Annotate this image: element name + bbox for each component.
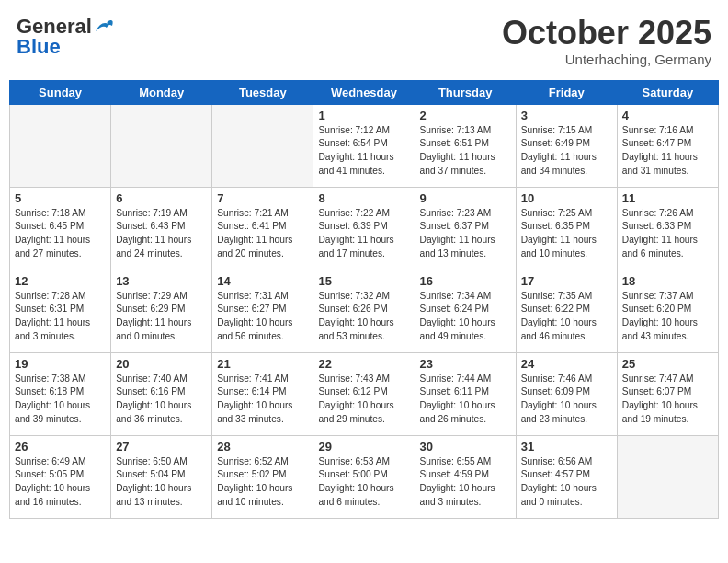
day-number: 17 xyxy=(521,274,612,288)
day-info: Sunrise: 6:49 AM Sunset: 5:05 PM Dayligh… xyxy=(15,455,106,510)
day-info: Sunrise: 7:38 AM Sunset: 6:18 PM Dayligh… xyxy=(15,373,106,427)
day-number: 5 xyxy=(15,191,106,205)
day-number: 7 xyxy=(217,191,308,205)
calendar-cell: 31Sunrise: 6:56 AM Sunset: 4:57 PM Dayli… xyxy=(516,435,617,518)
day-number: 29 xyxy=(318,440,409,454)
day-number: 24 xyxy=(521,357,612,371)
day-info: Sunrise: 6:55 AM Sunset: 4:59 PM Dayligh… xyxy=(420,455,511,510)
day-of-week-tuesday: Tuesday xyxy=(212,80,313,104)
calendar-cell xyxy=(617,435,718,518)
calendar-header-row: SundayMondayTuesdayWednesdayThursdayFrid… xyxy=(10,80,719,104)
day-of-week-saturday: Saturday xyxy=(617,80,718,104)
day-info: Sunrise: 6:56 AM Sunset: 4:57 PM Dayligh… xyxy=(521,455,612,510)
day-number: 26 xyxy=(15,440,106,454)
day-number: 3 xyxy=(521,109,612,122)
day-number: 16 xyxy=(420,274,511,288)
day-of-week-sunday: Sunday xyxy=(10,80,111,104)
calendar-cell: 30Sunrise: 6:55 AM Sunset: 4:59 PM Dayli… xyxy=(415,435,516,518)
day-number: 12 xyxy=(15,274,106,288)
day-info: Sunrise: 7:37 AM Sunset: 6:20 PM Dayligh… xyxy=(622,290,713,344)
day-number: 13 xyxy=(116,274,207,288)
day-info: Sunrise: 7:40 AM Sunset: 6:16 PM Dayligh… xyxy=(116,373,207,427)
day-info: Sunrise: 7:47 AM Sunset: 6:07 PM Dayligh… xyxy=(622,373,713,427)
day-number: 9 xyxy=(420,191,511,205)
day-info: Sunrise: 7:23 AM Sunset: 6:37 PM Dayligh… xyxy=(420,207,511,261)
day-number: 21 xyxy=(217,357,308,371)
day-number: 31 xyxy=(521,440,612,454)
day-number: 27 xyxy=(116,440,207,454)
day-info: Sunrise: 7:34 AM Sunset: 6:24 PM Dayligh… xyxy=(420,290,511,344)
month-title: October 2025 xyxy=(502,15,711,52)
title-block: October 2025 Unterhaching, Germany xyxy=(502,15,711,67)
day-of-week-wednesday: Wednesday xyxy=(313,80,415,104)
location: Unterhaching, Germany xyxy=(502,52,711,67)
day-info: Sunrise: 7:22 AM Sunset: 6:39 PM Dayligh… xyxy=(318,207,409,261)
day-of-week-thursday: Thursday xyxy=(415,80,516,104)
calendar-cell: 14Sunrise: 7:31 AM Sunset: 6:27 PM Dayli… xyxy=(212,270,313,352)
calendar-cell xyxy=(111,104,212,187)
day-number: 22 xyxy=(318,357,409,371)
calendar-cell: 1Sunrise: 7:12 AM Sunset: 6:54 PM Daylig… xyxy=(313,104,415,187)
day-info: Sunrise: 7:13 AM Sunset: 6:51 PM Dayligh… xyxy=(420,124,511,178)
day-info: Sunrise: 7:29 AM Sunset: 6:29 PM Dayligh… xyxy=(116,290,207,344)
day-info: Sunrise: 7:31 AM Sunset: 6:27 PM Dayligh… xyxy=(217,290,308,344)
calendar-cell: 26Sunrise: 6:49 AM Sunset: 5:05 PM Dayli… xyxy=(10,435,111,518)
day-number: 10 xyxy=(521,191,612,205)
calendar-cell: 12Sunrise: 7:28 AM Sunset: 6:31 PM Dayli… xyxy=(10,270,111,352)
calendar-cell: 15Sunrise: 7:32 AM Sunset: 6:26 PM Dayli… xyxy=(313,270,415,352)
day-info: Sunrise: 7:21 AM Sunset: 6:41 PM Dayligh… xyxy=(217,207,308,261)
calendar-cell: 11Sunrise: 7:26 AM Sunset: 6:33 PM Dayli… xyxy=(617,187,718,270)
day-of-week-monday: Monday xyxy=(111,80,212,104)
day-number: 19 xyxy=(15,357,106,371)
day-number: 20 xyxy=(116,357,207,371)
day-info: Sunrise: 7:26 AM Sunset: 6:33 PM Dayligh… xyxy=(622,207,713,261)
calendar-cell xyxy=(212,104,313,187)
day-info: Sunrise: 7:16 AM Sunset: 6:47 PM Dayligh… xyxy=(622,124,713,178)
calendar-cell: 22Sunrise: 7:43 AM Sunset: 6:12 PM Dayli… xyxy=(313,352,415,435)
day-number: 1 xyxy=(318,109,409,122)
day-number: 8 xyxy=(318,191,409,205)
day-number: 23 xyxy=(420,357,511,371)
day-number: 18 xyxy=(622,274,713,288)
calendar-cell: 9Sunrise: 7:23 AM Sunset: 6:37 PM Daylig… xyxy=(415,187,516,270)
day-number: 2 xyxy=(420,109,511,122)
calendar-cell: 23Sunrise: 7:44 AM Sunset: 6:11 PM Dayli… xyxy=(415,352,516,435)
calendar-week-3: 12Sunrise: 7:28 AM Sunset: 6:31 PM Dayli… xyxy=(10,270,719,352)
calendar-week-4: 19Sunrise: 7:38 AM Sunset: 6:18 PM Dayli… xyxy=(10,352,719,435)
day-info: Sunrise: 7:46 AM Sunset: 6:09 PM Dayligh… xyxy=(521,373,612,427)
day-info: Sunrise: 7:15 AM Sunset: 6:49 PM Dayligh… xyxy=(521,124,612,178)
calendar-week-2: 5Sunrise: 7:18 AM Sunset: 6:45 PM Daylig… xyxy=(10,187,719,270)
calendar-cell: 17Sunrise: 7:35 AM Sunset: 6:22 PM Dayli… xyxy=(516,270,617,352)
day-info: Sunrise: 6:52 AM Sunset: 5:02 PM Dayligh… xyxy=(217,455,308,510)
calendar-cell: 4Sunrise: 7:16 AM Sunset: 6:47 PM Daylig… xyxy=(617,104,718,187)
calendar-table: SundayMondayTuesdayWednesdayThursdayFrid… xyxy=(9,80,719,519)
day-info: Sunrise: 7:43 AM Sunset: 6:12 PM Dayligh… xyxy=(318,373,409,427)
calendar-cell: 5Sunrise: 7:18 AM Sunset: 6:45 PM Daylig… xyxy=(10,187,111,270)
calendar-week-5: 26Sunrise: 6:49 AM Sunset: 5:05 PM Dayli… xyxy=(10,435,719,518)
day-number: 11 xyxy=(622,191,713,205)
calendar-cell: 18Sunrise: 7:37 AM Sunset: 6:20 PM Dayli… xyxy=(617,270,718,352)
calendar-cell: 13Sunrise: 7:29 AM Sunset: 6:29 PM Dayli… xyxy=(111,270,212,352)
calendar-week-1: 1Sunrise: 7:12 AM Sunset: 6:54 PM Daylig… xyxy=(10,104,719,187)
day-info: Sunrise: 7:18 AM Sunset: 6:45 PM Dayligh… xyxy=(15,207,106,261)
logo-blue: Blue xyxy=(17,35,61,59)
day-number: 15 xyxy=(318,274,409,288)
logo-bird-icon xyxy=(94,18,114,33)
calendar-cell: 2Sunrise: 7:13 AM Sunset: 6:51 PM Daylig… xyxy=(415,104,516,187)
page-header: General Blue October 2025 Unterhaching, … xyxy=(9,9,719,73)
calendar-cell: 6Sunrise: 7:19 AM Sunset: 6:43 PM Daylig… xyxy=(111,187,212,270)
calendar-cell: 21Sunrise: 7:41 AM Sunset: 6:14 PM Dayli… xyxy=(212,352,313,435)
day-info: Sunrise: 7:25 AM Sunset: 6:35 PM Dayligh… xyxy=(521,207,612,261)
calendar-cell: 20Sunrise: 7:40 AM Sunset: 6:16 PM Dayli… xyxy=(111,352,212,435)
day-number: 25 xyxy=(622,357,713,371)
day-info: Sunrise: 7:41 AM Sunset: 6:14 PM Dayligh… xyxy=(217,373,308,427)
day-info: Sunrise: 6:50 AM Sunset: 5:04 PM Dayligh… xyxy=(116,455,207,510)
calendar-cell: 19Sunrise: 7:38 AM Sunset: 6:18 PM Dayli… xyxy=(10,352,111,435)
day-info: Sunrise: 6:53 AM Sunset: 5:00 PM Dayligh… xyxy=(318,455,409,510)
day-info: Sunrise: 7:12 AM Sunset: 6:54 PM Dayligh… xyxy=(318,124,409,178)
calendar-cell: 3Sunrise: 7:15 AM Sunset: 6:49 PM Daylig… xyxy=(516,104,617,187)
calendar-cell: 27Sunrise: 6:50 AM Sunset: 5:04 PM Dayli… xyxy=(111,435,212,518)
calendar-cell: 10Sunrise: 7:25 AM Sunset: 6:35 PM Dayli… xyxy=(516,187,617,270)
day-number: 4 xyxy=(622,109,713,122)
day-info: Sunrise: 7:19 AM Sunset: 6:43 PM Dayligh… xyxy=(116,207,207,261)
